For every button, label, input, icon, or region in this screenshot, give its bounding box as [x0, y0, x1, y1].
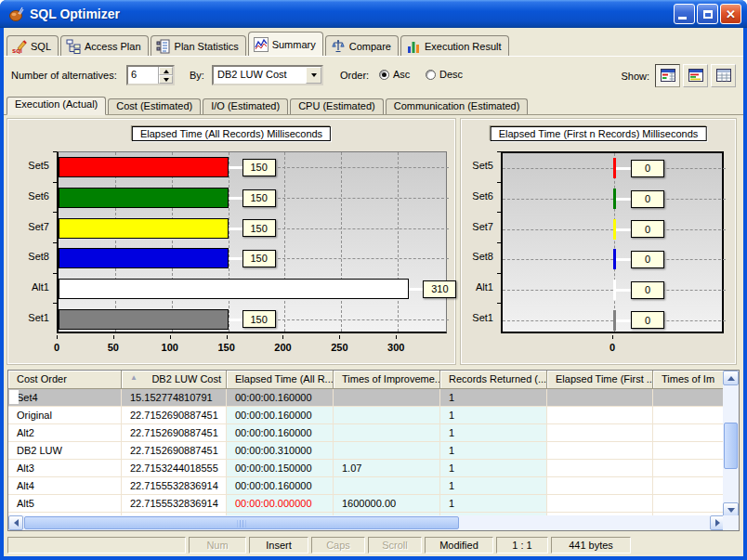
column-header-records-returned-[interactable]: Records Returned (...: [440, 371, 547, 389]
gridline: [229, 152, 229, 332]
cell-text: 1600000.00: [342, 498, 396, 509]
column-header-elapsed-time-first-[interactable]: Elapsed Time (First ...: [547, 371, 653, 389]
gridline: [278, 319, 449, 320]
spinner-down-button[interactable]: [159, 75, 173, 84]
table-row-alt5[interactable]: Alt522.715553283691400:00:00.00000016000…: [8, 495, 725, 513]
x-tick-label: 200: [274, 342, 291, 353]
cell-text: 15.152774810791: [130, 392, 213, 403]
y-tickmark: [497, 212, 501, 213]
category-label: Set7: [7, 221, 49, 232]
value-label: 150: [242, 250, 276, 267]
chart-elapsed-all-records: Elapsed Time (All Records) Milliseconds1…: [7, 119, 455, 364]
cell-text: 00:00:00.160000: [235, 480, 312, 491]
value-connector: [614, 167, 631, 170]
cell: [547, 407, 653, 424]
cell: 00:00:00.160000: [227, 424, 334, 442]
horizontal-scroll-thumb[interactable]: [24, 516, 459, 529]
show-grid-button[interactable]: [711, 64, 736, 87]
order-desc-radio[interactable]: Desc: [426, 69, 463, 80]
cell: 22.7152690887451: [122, 407, 227, 424]
view-tab-communication-estimated-[interactable]: Communication (Estimated): [386, 98, 529, 114]
view-tab-i-o-estimated-[interactable]: I/O (Estimated): [203, 98, 288, 114]
cell-text: 1: [449, 427, 454, 438]
maximize-button[interactable]: [697, 4, 718, 24]
show-chart-grid-button[interactable]: [655, 64, 680, 87]
column-header-db2-luw-cost[interactable]: ▲DB2 LUW Cost: [122, 371, 227, 389]
value-connector: [229, 197, 242, 200]
scroll-up-button[interactable]: [723, 371, 739, 385]
cell: 00:00:00.160000: [227, 407, 334, 424]
vertical-scrollbar[interactable]: [723, 371, 739, 517]
spinner-up-button[interactable]: [159, 67, 173, 75]
category-label: Set7: [460, 221, 493, 232]
column-header-times-of-improveme-[interactable]: Times of Improveme...: [334, 371, 440, 389]
x-tickmark: [339, 335, 340, 339]
results-table: Cost Order▲DB2 LUW CostElapsed Time (All…: [7, 370, 740, 531]
y-tickmark: [497, 303, 501, 304]
category-label: Set1: [7, 312, 49, 323]
tab-access-plan[interactable]: Access Plan: [60, 35, 149, 56]
show-grid-icon: [716, 69, 731, 84]
charts-region: Elapsed Time (All Records) Milliseconds1…: [4, 115, 743, 368]
scroll-left-button[interactable]: [8, 515, 23, 530]
compare-icon: [331, 39, 346, 54]
view-tab-cost-estimated-[interactable]: Cost (Estimated): [108, 98, 201, 114]
x-tick-label: 0: [609, 342, 615, 353]
minimize-button[interactable]: [674, 4, 695, 24]
alternatives-spinner[interactable]: 6: [126, 65, 175, 85]
tab-label: SQL: [31, 41, 51, 52]
tab-summary[interactable]: Summary: [248, 32, 323, 56]
table-row-db2-luw[interactable]: DB2 LUW22.715269088745100:00:00.3100001: [8, 442, 725, 460]
chevron-down-icon: [311, 73, 317, 77]
close-icon: ✕: [726, 8, 736, 20]
cell: 1: [440, 442, 547, 460]
table-row-alt4[interactable]: Alt422.715553283691400:00:00.1600001: [8, 477, 725, 495]
dropdown-button[interactable]: [306, 67, 321, 84]
table-row-alt3[interactable]: Alt322.715324401855500:00:00.1500001.071: [8, 460, 725, 477]
show-chart-button[interactable]: [683, 64, 708, 87]
column-header-cost-order[interactable]: Cost Order: [8, 371, 122, 389]
tab-label: Access Plan: [85, 41, 141, 52]
radio-icon: [426, 70, 436, 80]
by-dropdown[interactable]: DB2 LUW Cost: [212, 65, 323, 85]
execution-result-icon: [406, 39, 421, 54]
table-row-alt2[interactable]: Alt222.715269088745100:00:00.1600001: [8, 424, 725, 442]
view-tab-execution-actual-[interactable]: Execution (Actual): [7, 97, 106, 115]
bar-set7: [59, 218, 229, 239]
status-panel-441-bytes: 441 bytes: [551, 537, 631, 553]
column-label: Cost Order: [17, 373, 67, 384]
horizontal-scrollbar[interactable]: [8, 515, 725, 530]
category-label: Alt1: [460, 281, 493, 293]
table-row-set4[interactable]: Set415.15277481079100:00:00.1600001: [8, 389, 725, 407]
cell-text: Alt5: [17, 498, 34, 509]
cell-text: 1: [449, 410, 454, 421]
order-asc-radio[interactable]: Asc: [379, 69, 410, 80]
y-tickmark: [497, 242, 501, 243]
view-tab-cpu-estimated-[interactable]: CPU (Estimated): [290, 98, 384, 114]
value-connector: [614, 289, 631, 292]
cell: 1: [440, 477, 547, 495]
cell: [547, 389, 653, 407]
cell-text: 00:00:00.160000: [235, 410, 312, 421]
tab-plan-statistics[interactable]: Plan Statistics: [151, 35, 246, 56]
cell: [334, 389, 440, 407]
column-header-elapsed-time-all-r-[interactable]: Elapsed Time (All R...: [227, 371, 334, 389]
value-connector: [614, 258, 631, 261]
table-header-row: Cost Order▲DB2 LUW CostElapsed Time (All…: [8, 371, 725, 389]
vertical-scroll-thumb[interactable]: [724, 423, 738, 469]
tab-sql[interactable]: sqlSQL: [7, 35, 59, 56]
tab-execution-result[interactable]: Execution Result: [400, 35, 509, 56]
table-row-original[interactable]: Original22.715269088745100:00:00.1600001: [8, 407, 725, 424]
column-label: Times of Improveme...: [342, 373, 440, 384]
cell-text: 1.07: [342, 462, 361, 474]
value-label: 150: [242, 310, 276, 328]
column-header-times-of-im[interactable]: Times of Im: [653, 371, 725, 389]
status-panel-modified: Modified: [425, 537, 493, 553]
plot-area: 150150150150310150: [57, 151, 447, 333]
close-button[interactable]: ✕: [720, 4, 741, 24]
y-tickmark: [53, 182, 57, 183]
tab-compare[interactable]: Compare: [325, 35, 399, 56]
sort-ascending-icon: ▲: [130, 373, 138, 383]
cell-text: Alt2: [17, 427, 34, 438]
zero-axis-line: [614, 153, 615, 332]
